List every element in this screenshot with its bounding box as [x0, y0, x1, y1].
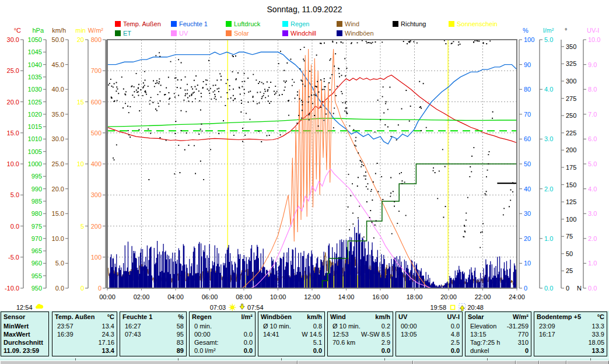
svg-text:0.0: 0.0	[544, 285, 553, 292]
svg-text:min: min	[75, 27, 86, 34]
svg-text:00:00: 00:00	[99, 293, 116, 300]
x-axis-labels: 00:0002:0004:0006:0008:0010:0012:0014:00…	[99, 288, 525, 300]
stats-cell: 2.5	[396, 338, 462, 346]
svg-text:20: 20	[524, 235, 531, 242]
stats-cell: 13.3	[534, 346, 607, 355]
weather-chart: -10.0-5.00.05.010.015.020.025.030.0°C950…	[0, 0, 609, 311]
axis-left-wm2: 0100200300400500600700800W/m²	[88, 27, 106, 292]
svg-text:30.0: 30.0	[52, 135, 64, 142]
svg-text:8.0: 8.0	[588, 86, 597, 93]
svg-text:5.0: 5.0	[10, 191, 19, 198]
svg-text:10: 10	[77, 160, 84, 167]
svg-text:175: 175	[566, 164, 576, 171]
stats-header-bodentemp: °CBodentemp +5	[534, 312, 607, 322]
stats-header-temp-aussen: °CTemp. Außen	[52, 312, 117, 322]
axis-left-min: 05101520min	[75, 27, 88, 292]
stats-cell: 0.0	[396, 346, 462, 355]
status-panel	[298, 360, 413, 364]
svg-text:10:00: 10:00	[270, 293, 286, 300]
svg-text:0: 0	[80, 285, 84, 292]
stats-table: SensorMinWertMaxWertDurchschnitt11.09. 2…	[0, 311, 609, 358]
axis-left-hPa: 9509559609659709759809859909951000100510…	[28, 27, 46, 292]
svg-text:800: 800	[91, 36, 102, 43]
svg-text:1010: 1010	[28, 135, 42, 142]
axis-right-deg: 0N25507510012515017520022525027530032535…	[561, 27, 582, 292]
svg-text:1020: 1020	[28, 111, 42, 118]
svg-text:-5.0: -5.0	[8, 254, 19, 261]
stats-cell: 0.0	[328, 346, 393, 355]
svg-text:15.0: 15.0	[7, 130, 19, 136]
svg-text:22:00: 22:00	[475, 293, 491, 300]
svg-text:5.0: 5.0	[55, 260, 64, 267]
svg-text:100: 100	[566, 216, 576, 223]
svg-text:80: 80	[524, 86, 531, 93]
stats-cell: 0.000:00	[190, 330, 255, 338]
stats-cell: 310Tag:7:25 h	[466, 338, 531, 346]
axis-left-kmh: 0.05.010.015.020.025.030.035.040.045.050…	[52, 27, 68, 292]
stats-cell: 9507:43	[120, 330, 186, 338]
svg-text:08:00: 08:00	[236, 293, 252, 300]
svg-text:9.0: 9.0	[588, 61, 597, 68]
svg-text:600: 600	[91, 99, 102, 106]
svg-text:20:48: 20:48	[467, 304, 484, 311]
svg-text:16:00: 16:00	[372, 293, 388, 300]
stats-col-windboeen: km/hWindböen0.8Ø 10 min.W 14.514:415.10.…	[258, 312, 325, 356]
stats-col-bodentemp: °CBodentemp +513.323:0933.916:1718.0513.…	[534, 312, 607, 356]
svg-text:250: 250	[566, 112, 576, 119]
svg-text:200: 200	[566, 146, 576, 153]
svg-text:06:00: 06:00	[202, 293, 218, 300]
svg-text:100: 100	[91, 254, 102, 261]
svg-text:100: 100	[524, 36, 534, 43]
svg-text:325: 325	[566, 60, 576, 67]
svg-text:24:00: 24:00	[509, 293, 525, 300]
svg-text:UV-I: UV-I	[587, 27, 599, 34]
svg-text:°: °	[565, 27, 567, 34]
svg-text:20: 20	[77, 36, 84, 43]
svg-text:°C: °C	[14, 27, 21, 34]
svg-text:75: 75	[566, 233, 573, 240]
stats-row-label: MaxWert	[1, 330, 48, 338]
stats-cell: 2.970.6 km	[328, 338, 393, 346]
stats-header-sensor: Sensor	[1, 312, 48, 322]
svg-text:350: 350	[566, 43, 576, 50]
svg-text:30: 30	[524, 210, 531, 217]
svg-text:7.0: 7.0	[588, 111, 597, 118]
svg-text:1035: 1035	[28, 74, 42, 80]
stats-col-feuchte-1: %Feuchte 15816:279507:438389	[120, 312, 187, 356]
svg-text:19:58: 19:58	[430, 304, 446, 311]
svg-text:1005: 1005	[28, 148, 42, 155]
svg-text:5: 5	[80, 223, 84, 230]
stats-header-solar: W/m²Solar	[466, 312, 531, 322]
stats-cell: -31.259Elevation	[466, 322, 531, 330]
svg-text:07:54: 07:54	[247, 304, 264, 311]
stats-cell: 0dunkel	[466, 346, 531, 355]
svg-text:15: 15	[77, 99, 84, 106]
stats-row-label: 11.09. 23:59	[1, 346, 48, 355]
svg-text:980: 980	[32, 210, 42, 217]
svg-text:-10.0: -10.0	[5, 285, 19, 292]
svg-text:N: N	[577, 285, 582, 292]
stats-cell: 13.323:09	[534, 322, 607, 330]
svg-text:0: 0	[524, 285, 527, 292]
stats-cell: 0.0Gesamt:	[190, 338, 255, 346]
svg-text:225: 225	[566, 130, 576, 136]
svg-text:950: 950	[32, 285, 42, 292]
stats-cell: 0.0	[258, 346, 324, 355]
stats-cell: 89	[120, 346, 186, 355]
svg-text:700: 700	[91, 67, 102, 74]
stats-header-regen: l/m²Regen	[190, 312, 255, 322]
status-panel	[0, 360, 298, 364]
svg-text:10.0: 10.0	[52, 235, 64, 242]
stats-cell: 0 min.	[190, 322, 255, 330]
svg-text:km/h: km/h	[52, 27, 66, 34]
svg-text:0: 0	[566, 285, 569, 292]
svg-text:300: 300	[91, 191, 102, 198]
stats-col-sensor: SensorMinWertMaxWertDurchschnitt11.09. 2…	[1, 312, 49, 356]
svg-text:400: 400	[91, 160, 102, 167]
svg-text:200: 200	[91, 223, 102, 230]
stats-cell: 13.423:57	[52, 322, 117, 330]
svg-text:1.0: 1.0	[588, 260, 597, 267]
stats-header-feuchte-1: %Feuchte 1	[120, 312, 186, 322]
svg-text:50.0: 50.0	[52, 36, 64, 43]
stats-cell: 0.00.0 l/m²	[190, 346, 255, 355]
